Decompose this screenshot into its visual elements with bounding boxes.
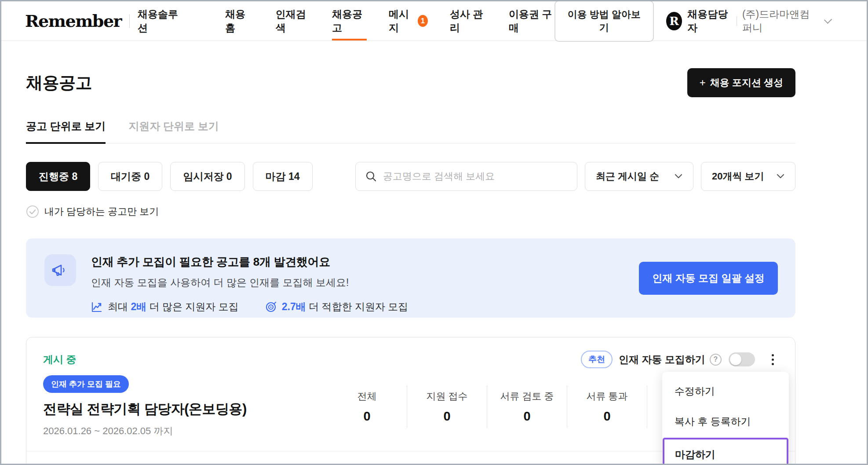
page-size-value: 20개씩 보기 [712,170,764,183]
message-count-badge: 1 [418,15,428,27]
stat-reviewing: 서류 검토 중 0 [487,385,567,428]
top-navbar: Remember 채용솔루션 채용 홈 인재검색 채용공고 메시지 1 성사 관… [1,1,867,41]
chip-in-progress[interactable]: 진행중 8 [26,162,90,191]
posting-status: 게시 중 [43,353,76,366]
megaphone-icon [51,261,69,279]
nav-item-talent-search[interactable]: 인재검색 [276,1,310,40]
view-tabs: 공고 단위로 보기 지원자 단위로 보기 [26,119,795,143]
recommend-badge: 추천 [581,351,613,368]
profile-company: (주)드라마앤컴퍼니 [742,7,818,35]
check-circle-icon [26,205,39,218]
main-content: 채용공고 + 채용 포지션 생성 공고 단위로 보기 지원자 단위로 보기 진행… [26,41,795,465]
menu-item-copy-register[interactable]: 복사 후 등록하기 [662,406,789,437]
auto-recruit-bulk-setting-button[interactable]: 인재 자동 모집 일괄 설정 [639,262,778,295]
auto-recruit-banner: 인재 추가 모집이 필요한 공고를 8개 발견했어요 인재 자동 모집을 사용하… [26,238,795,318]
company-avatar: R [666,12,682,30]
stat-applied: 지원 접수 0 [407,385,487,428]
nav-item-job-postings[interactable]: 채용공고 [332,1,367,40]
card-top-row: 게시 중 추천 인재 자동 모집하기 ? [43,351,777,368]
search-input[interactable] [383,171,567,182]
preview-auto-recruit-link[interactable]: 자동 모집될 인재 미리보기 [350,462,474,465]
suite-label: 채용솔루션 [138,7,183,35]
profile-name: 채용담당자 [687,7,731,35]
applicant-stats: 전체 0 지원 접수 0 서류 검토 중 0 서류 통과 [327,385,647,428]
chart-line-icon [91,301,102,313]
stat-passed: 서류 통과 0 [567,385,647,428]
create-position-label: 채용 포지션 생성 [710,76,783,89]
sort-select[interactable]: 최근 게시일 순 [585,162,693,191]
banner-text: 인재 추가 모집이 필요한 공고를 8개 발견했어요 인재 자동 모집을 사용하… [91,254,408,314]
chip-closed[interactable]: 마감 14 [253,162,313,191]
footer-message: 인재 자동 모집하기를 사용하여 무료로 적합 인재를 확보해 보세요. [44,462,329,465]
nav-item-purchase-pass[interactable]: 이용권 구매 [509,1,554,40]
header-right: 이용 방법 알아보기 R 채용담당자 (주)드라마앤컴퍼니 [554,0,831,42]
profile-menu[interactable]: R 채용담당자 (주)드라마앤컴퍼니 [666,7,831,35]
nav-item-messages[interactable]: 메시지 1 [389,1,428,40]
banner-stat-better-fit: 2.7배 더 적합한 지원자 모집 [265,300,408,314]
menu-item-edit[interactable]: 수정하기 [662,376,789,406]
profile-divider [737,16,737,26]
banner-stat1-text: 최대 2배 더 많은 지원자 모집 [108,300,239,314]
additional-recruit-tag: 인재 추가 모집 필요 [43,375,129,393]
banner-icon-tile [44,254,76,286]
stat-total: 전체 0 [327,385,407,428]
job-posting-card: 게시 중 추천 인재 자동 모집하기 ? [26,337,795,465]
auto-recruit-label: 인재 자동 모집하기 [619,353,705,366]
nav-item-messages-label: 메시지 [389,7,414,35]
how-to-use-button[interactable]: 이용 방법 알아보기 [554,0,654,42]
banner-subtitle: 인재 자동 모집을 사용하여 더 많은 인재를 모집해 보세요! [91,276,408,289]
banner-stat2-text: 2.7배 더 적합한 지원자 모집 [282,300,408,314]
chevron-down-icon [777,174,784,179]
nav-item-recruit-home[interactable]: 채용 홈 [225,1,253,40]
menu-item-close-posting[interactable]: 마감하기 [663,438,788,465]
nav-item-deal-management[interactable]: 성사 관리 [450,1,487,40]
help-icon[interactable]: ? [710,354,722,366]
chevron-down-icon [675,174,682,179]
page-size-select[interactable]: 20개씩 보기 [701,162,795,191]
posting-context-menu: 수정하기 복사 후 등록하기 마감하기 [662,372,789,465]
tab-by-posting[interactable]: 공고 단위로 보기 [26,119,106,143]
card-controls: 추천 인재 자동 모집하기 ? [581,351,777,368]
filter-row: 진행중 8 대기중 0 임시저장 0 마감 14 최근 게시일 순 [26,162,795,191]
chip-waiting[interactable]: 대기중 0 [98,162,162,191]
filter-controls: 최근 게시일 순 20개씩 보기 [355,162,795,191]
banner-title: 인재 추가 모집이 필요한 공고를 8개 발견했어요 [91,254,408,270]
remember-logo[interactable]: Remember [25,11,121,31]
tab-by-applicant[interactable]: 지원자 단위로 보기 [128,119,219,143]
job-title[interactable]: 전략실 전략기획 담당자(온보딩용) [43,400,307,418]
target-icon [265,301,277,313]
my-postings-filter[interactable]: 내가 담당하는 공고만 보기 [26,205,795,218]
stat2-highlight: 2.7배 [282,301,306,312]
banner-stats: 최대 2배 더 많은 지원자 모집 2.7배 더 적합한 지원자 모집 [91,300,408,314]
chevron-down-icon [824,15,832,24]
posting-info: 인재 추가 모집 필요 전략실 전략기획 담당자(온보딩용) 2026.01.2… [43,375,307,438]
job-period: 2026.01.26 ~ 2026.02.05 까지 [43,425,307,438]
kebab-menu-icon[interactable] [768,352,777,367]
logo-divider [129,15,130,28]
status-filter-chips: 진행중 8 대기중 0 임시저장 0 마감 14 [26,162,313,191]
chip-draft[interactable]: 임시저장 0 [170,162,244,191]
app-window: Remember 채용솔루션 채용 홈 인재검색 채용공고 메시지 1 성사 관… [0,0,868,465]
create-position-button[interactable]: + 채용 포지션 생성 [687,68,795,97]
plus-icon: + [700,77,706,88]
main-nav: 채용 홈 인재검색 채용공고 메시지 1 성사 관리 이용권 구매 [225,1,554,40]
sort-select-value: 최근 게시일 순 [596,170,659,183]
toggle-knob [730,354,741,365]
search-box[interactable] [355,162,577,191]
my-postings-filter-label: 내가 담당하는 공고만 보기 [44,205,159,218]
page-title: 채용공고 [26,72,92,94]
title-row: 채용공고 + 채용 포지션 생성 [26,68,795,97]
auto-recruit-toggle[interactable] [729,352,755,366]
banner-stat-more-applicants: 최대 2배 더 많은 지원자 모집 [91,300,239,314]
stat1-highlight: 2배 [131,301,146,312]
search-icon [365,171,377,182]
